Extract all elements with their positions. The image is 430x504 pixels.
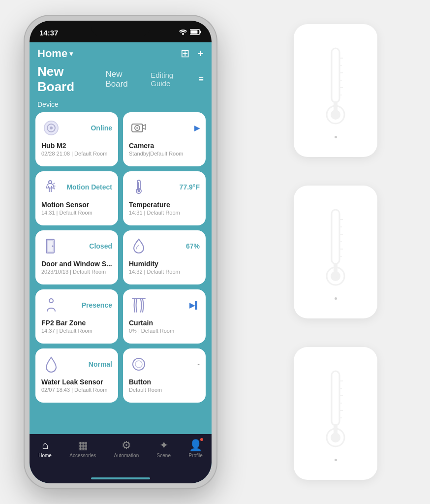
thermometer-card-mid: [294, 186, 377, 318]
thermo-dot-top: [335, 136, 337, 138]
door-icon: [41, 236, 61, 256]
nav-accessories[interactable]: ▦ Accessories: [69, 439, 96, 458]
fp2-status: Presence: [82, 301, 112, 309]
hub-status: Online: [91, 124, 112, 132]
device-card-hub[interactable]: Online Hub M2 02/28 21:08 | Default Room: [35, 112, 118, 166]
board-tab[interactable]: New Board: [105, 69, 143, 89]
motion-meta: 14:31 | Default Room: [41, 210, 112, 216]
thermometer-card-top: [294, 24, 377, 157]
wifi-icon: [179, 29, 187, 36]
automation-nav-label: Automation: [114, 453, 139, 458]
water-name: Water Leak Sensor: [41, 378, 112, 386]
svg-point-17: [52, 246, 54, 247]
svg-rect-41: [334, 263, 338, 278]
nav-profile[interactable]: 👤 Profile: [188, 439, 202, 458]
nav-home[interactable]: ⌂ Home: [38, 439, 52, 458]
temperature-icon: [129, 177, 149, 197]
device-card-door[interactable]: Closed Door and Window S... 2023/10/13 |…: [35, 230, 118, 284]
device-card-camera[interactable]: ▶ Camera Standby|Default Room: [123, 112, 206, 166]
hub-name: Hub M2: [41, 142, 112, 150]
device-card-humidity[interactable]: 67% Humidity 14:32 | Default Room: [123, 230, 206, 284]
status-icons: [179, 29, 202, 36]
button-name: Button: [129, 378, 200, 386]
bottom-nav: ⌂ Home ▦ Accessories ⚙ Automation ✦ Scen…: [30, 434, 212, 473]
thermometer-svg-mid: [316, 205, 355, 293]
temperature-name: Temperature: [129, 201, 200, 209]
profile-notification-dot: [200, 438, 203, 441]
home-bar: [91, 477, 150, 479]
automation-nav-icon: ⚙: [122, 439, 131, 452]
scene-nav-label: Scene: [157, 453, 171, 458]
device-card-fp2[interactable]: Presence FP2 Bar Zone 14:37 | Default Ro…: [35, 289, 118, 344]
camera-meta: Standby|Default Room: [129, 151, 200, 157]
accessories-nav-icon: ▦: [78, 439, 88, 452]
water-meta: 02/07 18:43 | Default Room: [41, 387, 112, 393]
thermo-dot-bot: [335, 459, 337, 461]
accessories-nav-label: Accessories: [69, 453, 96, 458]
svg-point-21: [135, 361, 142, 368]
active-board-tab[interactable]: New Board: [37, 64, 97, 94]
add-icon[interactable]: +: [197, 47, 204, 60]
camera-icon: [129, 118, 149, 138]
svg-rect-32: [332, 210, 339, 264]
home-nav-icon: ⌂: [42, 439, 48, 452]
status-bar: 14:37: [30, 21, 212, 42]
board-tabs: New Board New Board Editing Guide ≡: [37, 64, 204, 94]
svg-point-6: [50, 126, 53, 129]
curtain-meta: 0% | Default Room: [129, 328, 200, 334]
humidity-meta: 14:32 | Default Room: [129, 269, 200, 275]
phone-frame: 14:37: [25, 16, 216, 488]
hub-icon: [41, 118, 61, 138]
grid-icon[interactable]: ⊞: [181, 47, 189, 60]
svg-rect-3: [191, 30, 198, 33]
svg-rect-13: [138, 182, 139, 190]
svg-rect-51: [334, 424, 338, 439]
door-meta: 2023/10/13 | Default Room: [41, 269, 112, 275]
button-status: -: [197, 360, 200, 368]
device-card-button[interactable]: - Button Default Room: [123, 348, 206, 403]
profile-nav-label: Profile: [188, 453, 202, 458]
curtain-icon: [129, 295, 149, 315]
nav-scene[interactable]: ✦ Scene: [157, 439, 171, 458]
svg-rect-19: [132, 298, 146, 299]
home-indicator: [30, 473, 212, 483]
hub-meta: 02/28 21:08 | Default Room: [41, 151, 112, 157]
svg-point-10: [49, 181, 52, 184]
scene-nav-icon: ✦: [159, 439, 168, 452]
svg-point-9: [136, 127, 138, 129]
device-card-water[interactable]: Normal Water Leak Sensor 02/07 18:43 | D…: [35, 348, 118, 403]
home-chevron-icon: ▾: [69, 50, 73, 58]
curtain-name: Curtain: [129, 319, 200, 327]
device-card-temperature[interactable]: 77.9°F Temperature 14:31 | Default Room: [123, 171, 206, 225]
fp2-name: FP2 Bar Zone: [41, 319, 112, 327]
device-scroll-area: Online Hub M2 02/28 21:08 | Default Room: [30, 112, 212, 434]
tabs-menu-icon[interactable]: ≡: [198, 74, 204, 85]
humidity-icon: [129, 236, 149, 256]
svg-rect-22: [332, 48, 339, 102]
app-header: Home ▾ ⊞ + New Board New Board Editing G…: [30, 42, 212, 97]
fp2-meta: 14:37 | Default Room: [41, 328, 112, 334]
device-grid: Online Hub M2 02/28 21:08 | Default Room: [35, 112, 206, 403]
svg-rect-31: [334, 101, 338, 116]
door-name: Door and Window S...: [41, 260, 112, 268]
svg-rect-42: [332, 371, 339, 425]
editing-guide-tab[interactable]: Editing Guide: [151, 71, 190, 88]
home-title[interactable]: Home ▾: [37, 47, 73, 60]
button-meta: Default Room: [129, 387, 200, 393]
water-icon: [41, 354, 61, 374]
button-device-icon: [129, 354, 149, 374]
nav-automation[interactable]: ⚙ Automation: [114, 439, 139, 458]
device-card-motion[interactable]: Motion Detect Motion Sensor 14:31 | Defa…: [35, 171, 118, 225]
device-card-curtain[interactable]: ▶▌ Curtain 0% | Default Room: [123, 289, 206, 344]
svg-point-0: [182, 33, 184, 35]
water-status: Normal: [89, 360, 112, 368]
device-section-label: Device: [30, 97, 212, 112]
motion-status: Motion Detect: [66, 183, 112, 191]
svg-point-18: [49, 299, 53, 303]
profile-nav-icon: 👤: [189, 439, 202, 451]
battery-icon: [190, 29, 202, 36]
curtain-status: ▶▌: [189, 301, 200, 309]
app-screen: Home ▾ ⊞ + New Board New Board Editing G…: [30, 42, 212, 483]
camera-status: ▶: [194, 124, 200, 132]
svg-rect-2: [200, 31, 202, 33]
